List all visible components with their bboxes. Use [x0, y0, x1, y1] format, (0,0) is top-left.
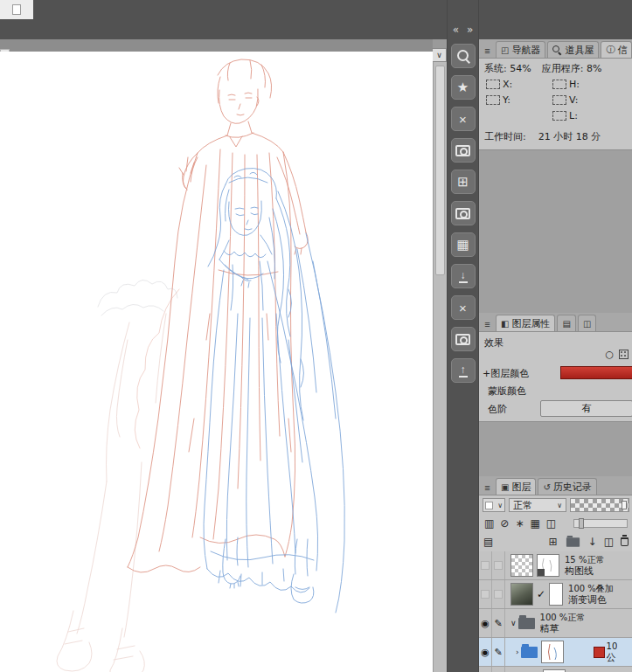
delete-layer-icon[interactable]: [621, 537, 629, 546]
field-x-label: X:: [503, 79, 512, 90]
visibility-toggle[interactable]: [479, 580, 492, 608]
field-l-box[interactable]: [552, 111, 566, 121]
export-button[interactable]: ↑: [451, 358, 476, 383]
layer-thumbnail[interactable]: [510, 583, 533, 606]
layer-color-label: +图层颜色: [483, 367, 529, 380]
alpha-lock-icon[interactable]: ▥: [484, 517, 494, 530]
layer-thumbnail[interactable]: [510, 554, 533, 577]
tone-button[interactable]: 有: [540, 400, 632, 417]
canvas[interactable]: [0, 52, 433, 672]
reference-icon[interactable]: ◫: [546, 517, 556, 530]
layer-color-chip[interactable]: [594, 647, 605, 658]
collapse-right-icon[interactable]: »: [467, 23, 473, 37]
grid-button[interactable]: ▦: [451, 232, 476, 257]
layer-actions-row: ▤ ⊞ ↓ ◫: [479, 532, 632, 551]
image-button-2-icon: [455, 208, 470, 219]
field-y-box[interactable]: [486, 95, 500, 105]
chevron-down-icon: ∨: [436, 51, 442, 59]
new-folder-icon[interactable]: [566, 537, 579, 546]
duplicate-layer-icon[interactable]: ◫: [604, 536, 614, 548]
layer-row-composition[interactable]: 15 %正常 构图线: [479, 551, 632, 580]
toolbar-buttons: ★×⊞▦↓×↑: [451, 37, 476, 383]
clear-button[interactable]: ×: [451, 107, 476, 131]
layer-list: 15 %正常 构图线 ✓ 100 %叠加 渐变调色: [479, 551, 632, 672]
tone-effect-icon[interactable]: [619, 350, 629, 359]
check-icon[interactable]: ✓: [537, 588, 545, 600]
field-h-box[interactable]: [552, 80, 566, 89]
layer-thumbnail[interactable]: [541, 641, 564, 663]
field-x-box[interactable]: [486, 80, 500, 89]
tab-history[interactable]: ↺ 历史记录: [538, 478, 596, 495]
tab-layers-label: 图层: [511, 481, 531, 494]
vertical-scrollbar[interactable]: [433, 62, 447, 672]
panel-list-icon[interactable]: ▤: [483, 536, 493, 548]
grid-lock-icon[interactable]: ▦: [530, 517, 539, 530]
tab-icon-a[interactable]: ▤: [557, 315, 575, 331]
opacity-slider-handle[interactable]: [622, 501, 627, 509]
exclude-icon[interactable]: ⊘: [500, 517, 509, 530]
document-tab[interactable]: [0, 0, 33, 19]
image-button[interactable]: [451, 138, 476, 163]
tab-history-label: 历史记录: [553, 481, 592, 494]
mask-thumbnail[interactable]: [549, 583, 563, 606]
mini-swatch: [485, 502, 493, 509]
visibility-toggle[interactable]: ◉: [479, 609, 492, 637]
layer-opacity-mode: 100 %正常: [540, 613, 586, 623]
tab-tool[interactable]: 道具屋: [547, 41, 599, 58]
image-button-3[interactable]: [451, 327, 476, 351]
opacity-slider[interactable]: [570, 498, 629, 512]
draft-icon[interactable]: ∗: [515, 517, 524, 530]
lock-toggle[interactable]: [492, 580, 505, 608]
import-button[interactable]: ↓: [451, 264, 476, 288]
right-panel-column: ≡ ◰ 导航器 道具屋 ⓘ 信 系统: 54% 应用程序: 8%: [478, 0, 632, 672]
blend-mode-dropdown[interactable]: 正常 ∨: [509, 498, 566, 512]
secondary-slider[interactable]: [573, 519, 628, 528]
border-effect-icon[interactable]: ○: [605, 349, 614, 360]
tab-layer-props[interactable]: ◧ 图层属性: [496, 315, 555, 331]
field-y: Y:: [486, 94, 510, 106]
tab-layers[interactable]: ▣ 图层: [496, 478, 536, 495]
tab-icon-b[interactable]: ◫: [578, 315, 596, 331]
layers-icon: ▣: [501, 482, 509, 492]
coordinate-fields: X: Y: H: V: L:: [479, 77, 632, 126]
zoom-reset-button[interactable]: [451, 44, 476, 68]
panel-menu-icon[interactable]: ≡: [481, 481, 494, 495]
layer-thumbnail-2[interactable]: [537, 554, 559, 577]
folder-blue-icon[interactable]: [521, 647, 538, 658]
layer-color-swatch[interactable]: [560, 366, 632, 379]
field-x: X:: [486, 79, 512, 90]
edit-toggle[interactable]: ✎: [492, 667, 505, 672]
palette-mini-combo[interactable]: ∨: [483, 498, 505, 512]
layer-props-header: ≡ ◧ 图层属性 ▤ ◫: [479, 313, 632, 332]
image-button-2[interactable]: [451, 201, 476, 225]
visibility-toggle[interactable]: ◉: [479, 638, 492, 666]
calc-button[interactable]: ⊞: [451, 170, 476, 194]
secondary-slider-handle[interactable]: [579, 518, 584, 529]
new-layer-icon[interactable]: ⊞: [549, 536, 558, 548]
layer-row-gradient[interactable]: ✓ 100 %叠加 渐变调色: [479, 580, 632, 609]
canvas-collapse-button[interactable]: ∨: [432, 48, 447, 62]
edit-toggle[interactable]: ✎: [492, 638, 505, 666]
folder-icon[interactable]: [518, 618, 535, 629]
layer-row-partial[interactable]: ◉ ✎ 100 %正: [479, 667, 632, 672]
layer-row-draft-folder[interactable]: ◉ ✎ ∨ 100 %正常 精草: [479, 609, 632, 638]
lock-toggle[interactable]: [492, 551, 505, 579]
tab-info[interactable]: ⓘ 信: [601, 41, 632, 58]
expand-chevron-icon[interactable]: ∨: [510, 619, 517, 627]
collapse-left-icon[interactable]: «: [453, 23, 459, 37]
expand-icon[interactable]: +: [483, 368, 490, 379]
panel-menu-icon[interactable]: ≡: [481, 44, 494, 58]
star-button[interactable]: ★: [451, 75, 476, 100]
edit-toggle[interactable]: ✎: [492, 609, 505, 637]
expand-chevron-icon[interactable]: ›: [516, 648, 519, 656]
scrollbar-thumb[interactable]: [435, 66, 445, 275]
layer-lock-row: ▥ ⊘ ∗ ▦ ◫: [479, 515, 632, 532]
transfer-down-icon[interactable]: ↓: [588, 536, 597, 548]
tab-navigator[interactable]: ◰ 导航器: [496, 41, 545, 58]
clear-button-2[interactable]: ×: [451, 295, 476, 320]
panel-menu-icon[interactable]: ≡: [481, 317, 494, 331]
visibility-toggle[interactable]: [479, 551, 492, 579]
layer-row-selected-folder[interactable]: ◉ ✎ › 10 公: [479, 638, 632, 667]
field-v-box[interactable]: [552, 95, 566, 105]
visibility-toggle[interactable]: ◉: [479, 667, 492, 672]
